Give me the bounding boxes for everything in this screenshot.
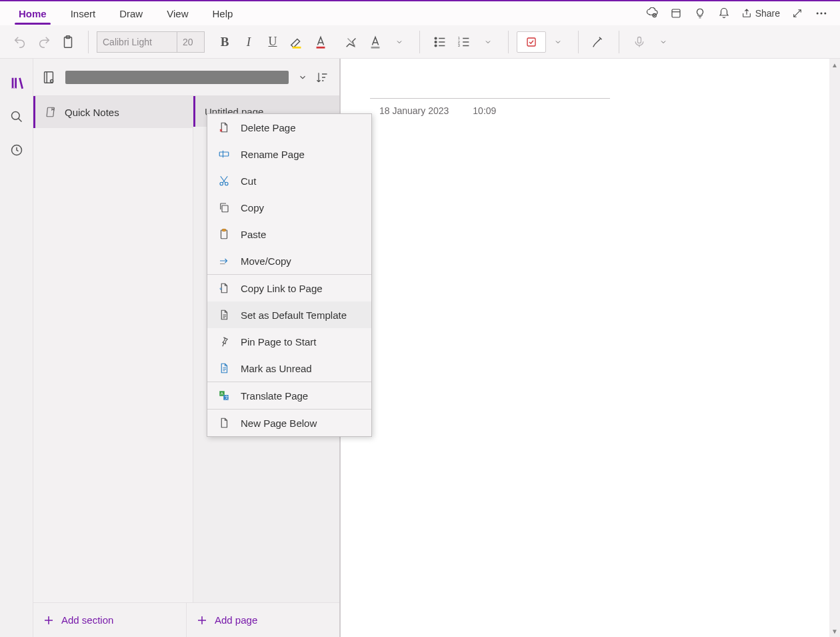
navigation-rail [0, 59, 33, 637]
pin-icon [217, 334, 231, 349]
svg-point-21 [220, 182, 223, 185]
ctx-new-page-below[interactable]: New Page Below [207, 410, 371, 436]
svg-point-2 [817, 13, 819, 15]
page-context-menu: Delete Page Rename Page Cut Copy Paste [207, 113, 372, 437]
bullets-button[interactable] [428, 29, 452, 55]
undo-button[interactable] [8, 29, 32, 55]
tab-draw[interactable]: Draw [107, 1, 155, 25]
ctx-cut[interactable]: Cut [207, 167, 371, 194]
ctx-pin-page[interactable]: Pin Page to Start [207, 328, 371, 355]
feed-icon[interactable] [664, 1, 688, 25]
svg-rect-23 [222, 205, 228, 212]
tags-dropdown[interactable] [546, 29, 570, 55]
ctx-rename-page[interactable]: Rename Page [207, 141, 371, 167]
format-painter-button[interactable] [363, 29, 387, 55]
translate-icon: A文 [217, 388, 231, 403]
highlight-button[interactable] [285, 29, 309, 55]
svg-point-15 [11, 112, 19, 120]
sync-status-icon[interactable] [640, 1, 664, 25]
numbering-button[interactable]: 123 [452, 29, 476, 55]
ctx-paste[interactable]: Paste [207, 221, 371, 247]
font-name-input[interactable] [97, 31, 177, 53]
svg-rect-25 [223, 229, 226, 231]
move-icon [217, 253, 231, 268]
more-icon[interactable] [809, 1, 833, 25]
ctx-move-copy[interactable]: Move/Copy [207, 247, 371, 274]
svg-rect-13 [527, 38, 535, 46]
svg-point-7 [435, 37, 437, 39]
dictate-dropdown[interactable] [651, 29, 675, 55]
add-page-label: Add page [215, 614, 257, 626]
page-title-input[interactable] [370, 68, 610, 99]
svg-text:文: 文 [225, 395, 229, 400]
svg-rect-20 [219, 152, 229, 156]
section-label: Quick Notes [65, 107, 119, 118]
svg-rect-1 [672, 9, 680, 17]
svg-point-3 [821, 13, 823, 15]
svg-text:A: A [221, 392, 223, 396]
scroll-up-icon[interactable]: ▲ [829, 59, 840, 71]
underline-button[interactable]: U [261, 29, 285, 55]
template-icon [217, 307, 231, 322]
tab-insert[interactable]: Insert [59, 1, 108, 25]
ctx-delete-page[interactable]: Delete Page [207, 114, 371, 141]
page-time: 10:09 [473, 105, 496, 116]
new-page-icon [217, 416, 231, 430]
add-section-button[interactable]: Add section [33, 603, 186, 637]
notebook-name-redacted[interactable] [65, 71, 289, 84]
ctx-copy[interactable]: Copy [207, 194, 371, 221]
tabbar: Home Insert Draw View Help Share [0, 1, 840, 25]
add-section-label: Add section [61, 614, 113, 626]
paste-icon [217, 227, 231, 241]
share-button[interactable]: Share [736, 1, 785, 25]
dictate-button[interactable] [627, 29, 651, 55]
copy-link-icon [217, 281, 231, 295]
tab-view[interactable]: View [155, 1, 200, 25]
notebooks-icon[interactable] [0, 68, 33, 99]
ribbon: B I U 123 [0, 25, 840, 59]
page-date: 18 January 2023 [379, 105, 449, 116]
clear-formatting-button[interactable] [339, 29, 363, 55]
ctx-set-default-template[interactable]: Set as Default Template [207, 301, 371, 328]
scroll-down-icon[interactable]: ▼ [829, 625, 840, 637]
vertical-scrollbar[interactable]: ▲ ▼ [829, 59, 840, 637]
ctx-mark-unread[interactable]: Mark as Unread [207, 355, 371, 382]
notebook-icon [41, 70, 56, 85]
italic-button[interactable]: I [237, 29, 261, 55]
recent-icon[interactable] [0, 135, 33, 165]
fullscreen-icon[interactable] [785, 1, 809, 25]
svg-point-8 [435, 41, 437, 43]
ideas-icon[interactable] [688, 1, 712, 25]
paragraph-more-dropdown[interactable] [476, 29, 500, 55]
notifications-icon[interactable] [712, 1, 736, 25]
ctx-translate[interactable]: A文 Translate Page [207, 382, 371, 409]
tab-help[interactable]: Help [200, 1, 245, 25]
search-icon[interactable] [0, 101, 33, 132]
copy-icon [217, 200, 231, 215]
font-picker[interactable] [97, 31, 205, 53]
font-more-dropdown[interactable] [387, 29, 411, 55]
rename-icon [217, 147, 231, 161]
cut-icon [217, 173, 231, 188]
add-page-button[interactable]: Add page [186, 603, 339, 637]
bold-button[interactable]: B [213, 29, 237, 55]
font-size-input[interactable] [177, 31, 205, 53]
svg-rect-14 [638, 37, 641, 43]
tab-home[interactable]: Home [7, 1, 59, 25]
sort-pages-button[interactable] [313, 71, 331, 84]
delete-page-icon [217, 120, 231, 135]
svg-point-22 [225, 182, 229, 185]
redo-button[interactable] [32, 29, 56, 55]
page-canvas[interactable]: 18 January 2023 10:09 ▲ ▼ [340, 59, 840, 637]
share-label: Share [755, 8, 780, 19]
svg-text:3: 3 [458, 43, 460, 47]
notebook-dropdown[interactable] [298, 73, 307, 82]
svg-point-9 [435, 45, 437, 47]
clipboard-button[interactable] [56, 29, 80, 55]
svg-point-4 [824, 13, 826, 15]
font-color-button[interactable] [309, 29, 333, 55]
ink-button[interactable] [587, 29, 611, 55]
section-item[interactable]: Quick Notes [33, 96, 193, 128]
todo-tag-button[interactable] [517, 31, 546, 53]
ctx-copy-link[interactable]: Copy Link to Page [207, 275, 371, 301]
